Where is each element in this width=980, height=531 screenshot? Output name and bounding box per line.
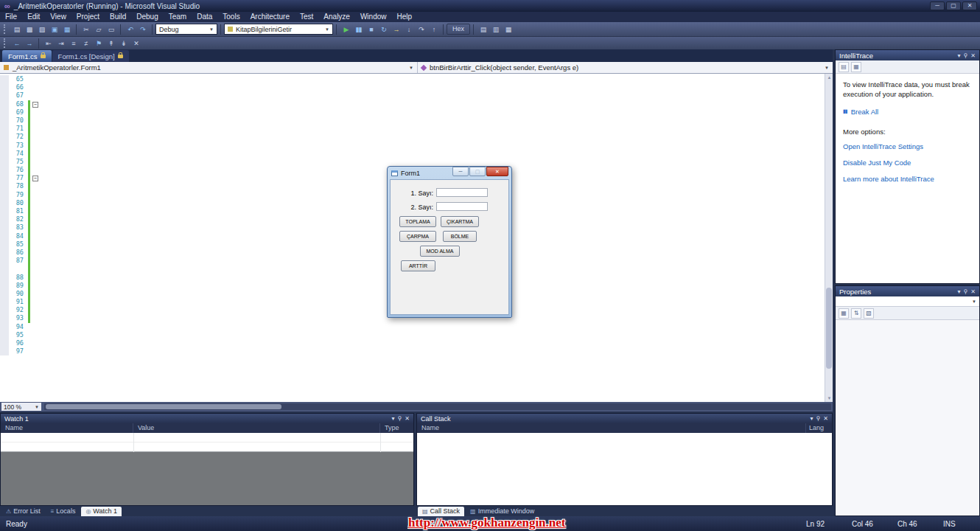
breakpoint-margin[interactable]	[0, 223, 9, 232]
menu-item-tools[interactable]: Tools	[217, 12, 245, 22]
bolme-button[interactable]: BÖLME	[443, 231, 477, 242]
step-into-icon[interactable]: ↓	[402, 24, 415, 35]
types-combo[interactable]: _AritmetikOperatorler.Form1 ▼	[0, 62, 418, 73]
breakpoint-margin[interactable]	[0, 142, 9, 150]
previous-bookmark-icon[interactable]: ↟	[105, 38, 117, 49]
tab-form1-cs-design[interactable]: Form1.cs [Design]	[52, 50, 129, 62]
breakpoint-margin[interactable]	[0, 240, 9, 249]
breakpoint-margin[interactable]	[0, 257, 9, 265]
startup-target-combo[interactable]: KitapBilgileriniGetir ▼	[224, 24, 333, 35]
add-item-icon[interactable]: ▩	[23, 24, 35, 35]
breakpoint-margin[interactable]	[0, 314, 9, 322]
scrollbar-thumb[interactable]	[46, 404, 281, 409]
menu-item-help[interactable]: Help	[392, 12, 418, 22]
sayi2-input[interactable]	[436, 202, 488, 211]
save-icon[interactable]: ▣	[48, 24, 60, 35]
pin-icon[interactable]: ⚲	[397, 415, 402, 422]
property-pages-icon[interactable]: ▧	[864, 308, 874, 319]
properties-object-combo[interactable]: ▼	[836, 296, 979, 307]
menu-item-window[interactable]: Window	[355, 12, 392, 22]
breakpoint-margin[interactable]	[0, 125, 9, 133]
breakpoint-margin[interactable]	[0, 150, 9, 158]
sayi1-input[interactable]	[436, 188, 488, 197]
tab-locals[interactable]: ≡ Locals	[46, 507, 80, 516]
close-icon[interactable]: ✕	[962, 1, 977, 10]
breakpoint-margin[interactable]	[0, 117, 9, 125]
comment-selection-icon[interactable]: ≡	[67, 38, 80, 49]
breakpoint-margin[interactable]	[0, 191, 9, 199]
breakpoint-margin[interactable]	[0, 347, 9, 355]
zoom-combo[interactable]: 100 % ▼	[1, 403, 41, 411]
minimize-icon[interactable]: ─	[930, 1, 945, 10]
break-all-icon[interactable]: ▮▮	[352, 24, 365, 35]
save-all-icon[interactable]: ▦	[60, 24, 73, 35]
redo-icon[interactable]: ↷	[136, 24, 149, 35]
intellitrace-options-icon[interactable]: ▦	[851, 62, 861, 72]
call-stack-body[interactable]	[417, 433, 832, 505]
scroll-down-icon[interactable]: ▼	[825, 395, 833, 402]
breakpoint-margin[interactable]	[0, 265, 9, 273]
disable-just-my-code-link[interactable]: Disable Just My Code	[843, 159, 972, 167]
close-icon[interactable]: ✕	[970, 288, 976, 295]
editor-horizontal-scrollbar[interactable]	[44, 403, 831, 410]
pin-icon[interactable]: ⚲	[963, 52, 967, 59]
breakpoint-margin[interactable]	[0, 158, 9, 166]
menu-item-project[interactable]: Project	[71, 12, 105, 22]
categorized-icon[interactable]: ▦	[839, 308, 849, 319]
members-combo[interactable]: btnBirBirArttir_Click(object sender, Eve…	[418, 62, 833, 73]
watch-empty-row[interactable]	[1, 433, 413, 442]
close-icon[interactable]: ✕	[823, 415, 828, 422]
scrollbar-thumb[interactable]	[826, 288, 832, 369]
close-icon[interactable]: ✕	[405, 415, 410, 422]
window-position-icon[interactable]: ▾	[810, 415, 813, 422]
step-out-icon[interactable]: ↑	[427, 24, 440, 35]
intellitrace-settings-icon[interactable]: ▤	[839, 62, 849, 72]
breakpoint-margin[interactable]	[0, 83, 9, 91]
tab-immediate-window[interactable]: ▥ Immediate Window	[466, 507, 539, 516]
maximize-icon[interactable]: ▢	[946, 1, 961, 10]
maximize-icon[interactable]: ▢	[469, 167, 486, 176]
breakpoint-margin[interactable]	[0, 182, 9, 190]
breakpoint-margin[interactable]	[0, 232, 9, 240]
collapse-icon[interactable]	[32, 102, 38, 108]
breakpoint-margin[interactable]	[0, 274, 9, 282]
breakpoint-margin[interactable]	[0, 215, 9, 223]
minimize-icon[interactable]: ─	[452, 167, 469, 176]
breakpoint-margin[interactable]	[0, 91, 9, 100]
scroll-up-icon[interactable]: ▲	[825, 74, 833, 81]
next-bookmark-icon[interactable]: ↡	[117, 38, 130, 49]
pin-icon[interactable]: ⚲	[816, 415, 820, 422]
menu-item-debug[interactable]: Debug	[131, 12, 163, 22]
tab-watch-1[interactable]: ◎ Watch 1	[81, 507, 122, 516]
indent-decrease-icon[interactable]: ⇤	[42, 38, 55, 49]
step-over-icon[interactable]: ↷	[415, 24, 427, 35]
menu-item-analyze[interactable]: Analyze	[318, 12, 355, 22]
indent-increase-icon[interactable]: ⇥	[55, 38, 67, 49]
output-window-icon[interactable]: ▦	[502, 24, 514, 35]
breakpoint-margin[interactable]	[0, 207, 9, 215]
tab-call-stack[interactable]: ▤ Call Stack	[418, 507, 464, 516]
breakpoint-margin[interactable]	[0, 290, 9, 298]
stop-debug-icon[interactable]: ■	[365, 24, 377, 35]
uncomment-selection-icon[interactable]: ≠	[80, 38, 92, 49]
cut-icon[interactable]: ✂	[80, 24, 92, 35]
restart-icon[interactable]: ↻	[377, 24, 390, 35]
paste-icon[interactable]: ▭	[105, 24, 117, 35]
clear-bookmarks-icon[interactable]: ✕	[130, 38, 142, 49]
tab-error-list[interactable]: ⚠ Error List	[1, 507, 45, 516]
menu-item-build[interactable]: Build	[105, 12, 131, 22]
window-position-icon[interactable]: ▾	[957, 288, 960, 295]
watch-body[interactable]	[1, 433, 413, 505]
menu-item-edit[interactable]: Edit	[22, 12, 45, 22]
breakpoint-margin[interactable]	[0, 108, 9, 117]
breakpoint-margin[interactable]	[0, 133, 9, 141]
breakpoint-margin[interactable]	[0, 306, 9, 314]
navigate-forward-icon[interactable]: →	[23, 38, 35, 49]
learn-more-intellitrace-link[interactable]: Learn more about IntelliTrace	[843, 175, 972, 183]
breakpoint-margin[interactable]	[0, 331, 9, 339]
breakpoint-margin[interactable]	[0, 174, 9, 182]
window-position-icon[interactable]: ▾	[391, 415, 394, 422]
continue-icon[interactable]: ▶	[340, 24, 352, 35]
pin-icon[interactable]: ⚲	[963, 288, 967, 295]
immediate-window-icon[interactable]: ▥	[489, 24, 502, 35]
